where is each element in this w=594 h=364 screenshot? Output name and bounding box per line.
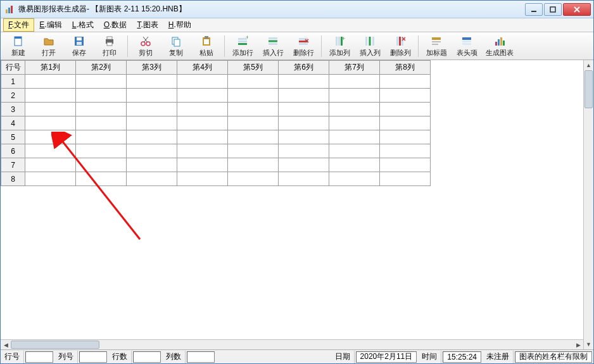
cell[interactable] <box>228 144 279 158</box>
close-button[interactable] <box>563 3 591 16</box>
cell[interactable] <box>228 89 279 103</box>
toolbar-打印[interactable]: 打印 <box>94 34 125 59</box>
col-header[interactable]: 第5列 <box>228 61 279 75</box>
row-header[interactable]: 7 <box>1 158 25 172</box>
toolbar-粘贴[interactable]: 粘贴 <box>191 34 222 59</box>
toolbar-表头项[interactable]: 表头项 <box>452 34 482 59</box>
cell[interactable] <box>380 130 431 144</box>
cell[interactable] <box>228 103 279 116</box>
cell[interactable] <box>380 89 431 103</box>
cell[interactable] <box>25 144 76 158</box>
scroll-up-icon[interactable]: ▲ <box>584 60 593 70</box>
toolbar-插入列[interactable]: 插入列 <box>355 34 385 59</box>
vscroll-thumb[interactable] <box>585 70 593 108</box>
cell[interactable] <box>76 89 127 103</box>
toolbar-剪切[interactable]: 剪切 <box>130 34 161 59</box>
cell[interactable] <box>279 103 329 116</box>
col-header[interactable]: 第2列 <box>76 61 127 75</box>
row-header[interactable]: 5 <box>1 130 25 144</box>
cell[interactable] <box>177 130 228 144</box>
cell[interactable] <box>380 158 431 172</box>
col-header[interactable]: 第4列 <box>177 61 228 75</box>
cell[interactable] <box>329 75 380 89</box>
row-header[interactable]: 6 <box>1 144 25 158</box>
toolbar-添加列[interactable]: +添加列 <box>324 34 355 59</box>
menu-文件[interactable]: F.文件 <box>3 18 34 32</box>
toolbar-新建[interactable]: 新建 <box>3 34 34 59</box>
cell[interactable] <box>279 116 329 130</box>
cell[interactable] <box>329 172 380 186</box>
horizontal-scrollbar[interactable]: ◀ ▶ <box>1 339 583 349</box>
cell[interactable] <box>127 144 177 158</box>
col-header[interactable]: 第8列 <box>380 61 431 75</box>
cell[interactable] <box>228 172 279 186</box>
cell[interactable] <box>177 172 228 186</box>
cell[interactable] <box>279 130 329 144</box>
cell[interactable] <box>177 144 228 158</box>
cell[interactable] <box>177 89 228 103</box>
cell[interactable] <box>279 75 329 89</box>
cell[interactable] <box>76 144 127 158</box>
cell[interactable] <box>177 116 228 130</box>
cell[interactable] <box>127 89 177 103</box>
cell[interactable] <box>279 172 329 186</box>
cell[interactable] <box>76 158 127 172</box>
menu-帮助[interactable]: H.帮助 <box>163 18 196 32</box>
cell[interactable] <box>76 116 127 130</box>
cell[interactable] <box>228 116 279 130</box>
cell[interactable] <box>76 103 127 116</box>
toolbar-打开[interactable]: 打开 <box>34 34 64 59</box>
col-header[interactable]: 第6列 <box>279 61 329 75</box>
cell[interactable] <box>380 116 431 130</box>
cell[interactable] <box>76 130 127 144</box>
cell[interactable] <box>76 172 127 186</box>
toolbar-插入行[interactable]: 插入行 <box>258 34 288 59</box>
toolbar-删除行[interactable]: 删除行 <box>288 34 319 59</box>
cell[interactable] <box>329 144 380 158</box>
cell[interactable] <box>279 158 329 172</box>
cell[interactable] <box>329 130 380 144</box>
col-header[interactable]: 第7列 <box>329 61 380 75</box>
scroll-down-icon[interactable]: ▼ <box>584 339 593 349</box>
cell[interactable] <box>127 75 177 89</box>
cell[interactable] <box>228 75 279 89</box>
cell[interactable] <box>25 116 76 130</box>
cell[interactable] <box>279 144 329 158</box>
cell[interactable] <box>279 89 329 103</box>
cell[interactable] <box>228 130 279 144</box>
toolbar-保存[interactable]: 保存 <box>64 34 94 59</box>
toolbar-加标题[interactable]: 加标题 <box>421 34 452 59</box>
scroll-right-icon[interactable]: ▶ <box>573 340 583 349</box>
row-header[interactable]: 1 <box>1 75 25 89</box>
toolbar-生成图表[interactable]: 生成图表 <box>482 34 517 59</box>
cell[interactable] <box>329 116 380 130</box>
cell[interactable] <box>177 75 228 89</box>
vertical-scrollbar[interactable]: ▲ ▼ <box>583 60 593 349</box>
menu-图表[interactable]: T.图表 <box>132 18 163 32</box>
row-header[interactable]: 2 <box>1 89 25 103</box>
cell[interactable] <box>380 172 431 186</box>
toolbar-复制[interactable]: 复制 <box>161 34 191 59</box>
cell[interactable] <box>329 89 380 103</box>
row-header[interactable]: 4 <box>1 116 25 130</box>
cell[interactable] <box>380 75 431 89</box>
cell[interactable] <box>177 103 228 116</box>
rowhead-corner[interactable]: 行号 <box>1 61 25 75</box>
col-header[interactable]: 第1列 <box>25 61 76 75</box>
minimize-button[interactable] <box>525 3 543 16</box>
col-header[interactable]: 第3列 <box>127 61 177 75</box>
cell[interactable] <box>127 158 177 172</box>
cell[interactable] <box>127 116 177 130</box>
cell[interactable] <box>127 130 177 144</box>
cell[interactable] <box>380 103 431 116</box>
cell[interactable] <box>177 158 228 172</box>
toolbar-删除列[interactable]: 删除列 <box>385 34 415 59</box>
cell[interactable] <box>127 103 177 116</box>
cell[interactable] <box>25 75 76 89</box>
cell[interactable] <box>127 172 177 186</box>
maximize-button[interactable] <box>544 3 562 16</box>
cell[interactable] <box>25 158 76 172</box>
cell[interactable] <box>25 89 76 103</box>
cell[interactable] <box>329 158 380 172</box>
toolbar-添加行[interactable]: +添加行 <box>227 34 258 59</box>
